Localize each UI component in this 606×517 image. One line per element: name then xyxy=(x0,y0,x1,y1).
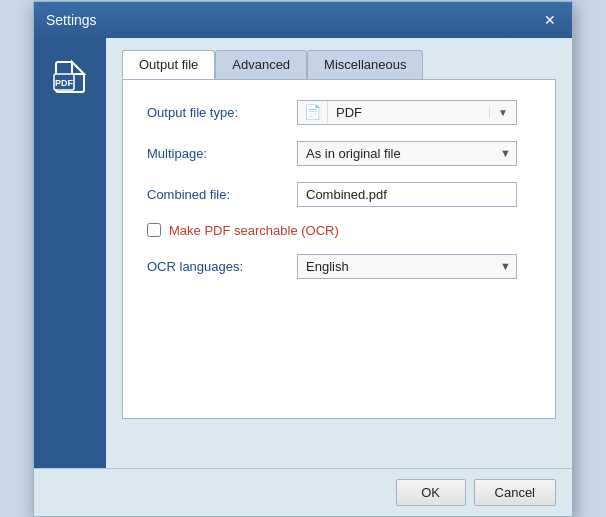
ocr-languages-select-wrapper: English German French Spanish ▼ xyxy=(297,254,517,279)
tab-advanced[interactable]: Advanced xyxy=(215,50,307,79)
ocr-languages-control: English German French Spanish ▼ xyxy=(297,254,531,279)
ocr-languages-row: OCR languages: English German French Spa… xyxy=(147,254,531,279)
make-searchable-text: Make PDF searchable xyxy=(169,223,301,238)
ocr-languages-label: OCR languages: xyxy=(147,259,297,274)
output-file-type-select[interactable]: 📄 PDF ▼ xyxy=(297,100,517,125)
multipage-select-wrapper: As in original file Single page Multiple… xyxy=(297,141,517,166)
combined-file-row: Combined file: Combined.pdf xyxy=(147,182,531,207)
svg-text:PDF: PDF xyxy=(55,78,74,88)
multipage-control: As in original file Single page Multiple… xyxy=(297,141,531,166)
sidebar: PDF xyxy=(34,38,106,468)
combined-file-input[interactable]: Combined.pdf xyxy=(297,182,517,207)
settings-dialog: Settings ✕ PDF Output file Advanced Misc… xyxy=(33,1,573,517)
app-icon: PDF xyxy=(48,54,92,98)
make-searchable-label[interactable]: Make PDF searchable (OCR) xyxy=(169,223,339,238)
pdf-icon: 📄 xyxy=(304,104,321,120)
tab-output-file[interactable]: Output file xyxy=(122,50,215,79)
title-bar: Settings ✕ xyxy=(34,2,572,38)
cancel-button[interactable]: Cancel xyxy=(474,479,556,506)
output-file-type-row: Output file type: 📄 PDF ▼ xyxy=(147,100,531,125)
content-area: Output file Advanced Miscellaneous Outpu… xyxy=(106,38,572,468)
tab-miscellaneous[interactable]: Miscellaneous xyxy=(307,50,423,79)
ocr-text: (OCR) xyxy=(301,223,339,238)
combined-file-label: Combined file: xyxy=(147,187,297,202)
tabs-container: Output file Advanced Miscellaneous xyxy=(122,50,556,79)
combined-file-control: Combined.pdf xyxy=(297,182,531,207)
output-file-type-value: PDF xyxy=(328,101,489,124)
make-searchable-row: Make PDF searchable (OCR) xyxy=(147,223,531,238)
multipage-label: Multipage: xyxy=(147,146,297,161)
dialog-body: PDF Output file Advanced Miscellaneous O… xyxy=(34,38,572,468)
ocr-languages-select[interactable]: English German French Spanish xyxy=(297,254,517,279)
ok-button[interactable]: OK xyxy=(396,479,466,506)
multipage-select[interactable]: As in original file Single page Multiple… xyxy=(297,141,517,166)
output-file-type-control: 📄 PDF ▼ xyxy=(297,100,531,125)
make-searchable-checkbox[interactable] xyxy=(147,223,161,237)
multipage-row: Multipage: As in original file Single pa… xyxy=(147,141,531,166)
dialog-title: Settings xyxy=(46,12,97,28)
output-file-type-dropdown-arrow[interactable]: ▼ xyxy=(489,107,516,118)
close-button[interactable]: ✕ xyxy=(540,10,560,30)
dialog-footer: OK Cancel xyxy=(34,468,572,516)
output-file-type-label: Output file type: xyxy=(147,105,297,120)
pdf-icon-area: 📄 xyxy=(298,101,328,123)
tab-content-output-file: Output file type: 📄 PDF ▼ Multipage: xyxy=(122,79,556,419)
